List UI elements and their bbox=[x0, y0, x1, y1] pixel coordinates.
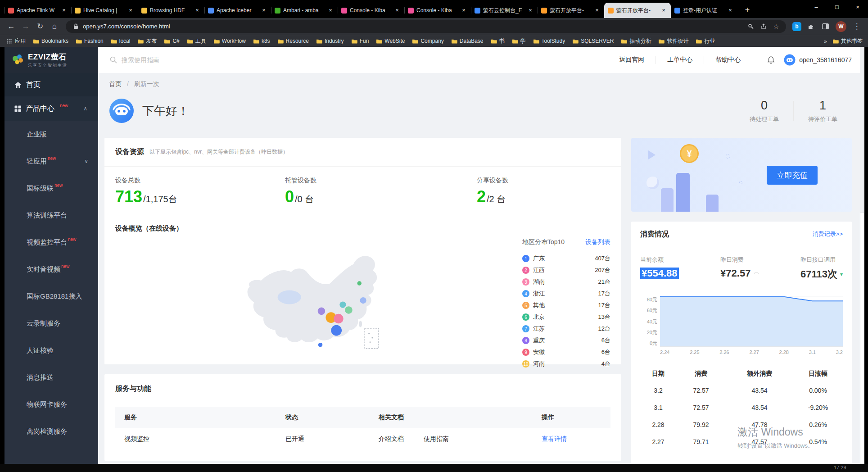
back-icon[interactable]: ← bbox=[5, 20, 18, 33]
sidebar-item[interactable]: 物联网卡服务 bbox=[5, 391, 98, 418]
user-chip[interactable]: open_3581616077 bbox=[784, 54, 852, 66]
page-scrollbar[interactable] bbox=[860, 47, 864, 464]
sidebar-item-product-center[interactable]: 产品中心 new ∧ bbox=[5, 96, 98, 121]
bookmark-item[interactable]: Industry bbox=[316, 38, 344, 44]
apps-shortcut[interactable]: 应用 bbox=[5, 37, 26, 45]
consumption-records-link[interactable]: 消费记录>> bbox=[813, 230, 843, 238]
tab-close-icon[interactable] bbox=[327, 7, 334, 14]
bookmark-item[interactable]: DataBase bbox=[451, 38, 484, 44]
bookmark-star-icon[interactable]: ☆ bbox=[773, 23, 780, 30]
bookmark-item[interactable]: WorkFlow bbox=[213, 38, 246, 44]
tab-close-icon[interactable] bbox=[393, 7, 401, 14]
reload-icon[interactable]: ↻ bbox=[33, 20, 47, 33]
bookmark-item[interactable]: Fun bbox=[351, 38, 369, 44]
browser-tab[interactable]: 萤石开放平台- bbox=[538, 3, 604, 18]
bing-icon[interactable]: b bbox=[792, 22, 801, 31]
sidebar-item-home[interactable]: 首页 bbox=[5, 73, 98, 96]
bookmark-item[interactable]: 发布 bbox=[137, 37, 157, 45]
tab-close-icon[interactable] bbox=[127, 7, 134, 14]
ezviz-logo[interactable]: EZVIZ萤石 乐享安全智能生活 bbox=[5, 47, 98, 73]
sidebar-item[interactable]: 轻应用 new ∨ bbox=[5, 148, 98, 175]
bookmark-item[interactable]: WebSite bbox=[376, 38, 405, 44]
sidebar-item[interactable]: 企业版 bbox=[5, 121, 98, 148]
service-doc-intro[interactable]: 介绍文档 bbox=[379, 435, 404, 443]
address-bar[interactable]: open.ys7.com/console/home.html ☆ bbox=[66, 20, 786, 33]
sidebar-item[interactable]: 消息推送 bbox=[5, 364, 98, 391]
bookmark-item[interactable]: k8s bbox=[253, 38, 270, 44]
maximize-button[interactable]: □ bbox=[827, 0, 847, 14]
close-button[interactable]: × bbox=[847, 0, 868, 14]
tab-close-icon[interactable] bbox=[660, 7, 667, 14]
browser-tab[interactable]: Console - Kiba bbox=[338, 3, 404, 18]
browser-tab[interactable]: Apache Flink W bbox=[5, 3, 71, 18]
sidebar-item[interactable]: 实时音视频 new bbox=[5, 256, 98, 283]
sidebar-item[interactable]: 国标级联 new bbox=[5, 175, 98, 202]
sidebar-item[interactable]: 离岗检测服务 bbox=[5, 418, 98, 445]
sidebar-item[interactable]: 云录制服务 bbox=[5, 310, 98, 337]
link-ticket-center[interactable]: 工单中心 bbox=[656, 56, 704, 64]
share-icon[interactable] bbox=[760, 23, 767, 30]
browser-tab[interactable]: Ambari - amba bbox=[271, 3, 338, 18]
minimize-button[interactable]: – bbox=[806, 0, 827, 14]
rank-badge: 8 bbox=[522, 337, 529, 344]
search-input[interactable] bbox=[122, 56, 266, 64]
tab-close-icon[interactable] bbox=[60, 7, 68, 14]
bookmark-item[interactable]: 学 bbox=[512, 37, 526, 45]
bookmark-item[interactable]: Fashion bbox=[76, 38, 104, 44]
browser-tab[interactable]: Hive Catalog | bbox=[71, 3, 138, 18]
bookmark-item[interactable]: 振动分析 bbox=[621, 37, 651, 45]
tab-close-icon[interactable] bbox=[727, 7, 734, 14]
sidebar-item[interactable]: 视频监控平台 new bbox=[5, 229, 98, 256]
breadcrumb-home[interactable]: 首页 bbox=[109, 80, 122, 87]
extensions-puzzle-icon[interactable] bbox=[804, 20, 818, 33]
tab-close-icon[interactable] bbox=[260, 7, 267, 14]
forward-icon[interactable]: → bbox=[19, 20, 32, 33]
link-help-center[interactable]: 帮助中心 bbox=[704, 56, 752, 64]
caret-down-icon[interactable]: ▾ bbox=[840, 271, 843, 277]
browser-tab[interactable]: 萤石开放平台- bbox=[604, 3, 671, 18]
bookmark-item[interactable]: 行业 bbox=[696, 37, 715, 45]
pending-tickets-stat[interactable]: 0 待处理工单 bbox=[735, 99, 793, 123]
bookmark-item[interactable]: ToolStudy bbox=[533, 38, 565, 44]
home-icon[interactable]: ⌂ bbox=[48, 20, 61, 33]
profile-avatar[interactable]: W bbox=[836, 21, 846, 32]
browser-tab[interactable]: Console - Kiba bbox=[404, 3, 471, 18]
browser-tab[interactable]: Apache Iceber bbox=[204, 3, 271, 18]
bookmark-item[interactable]: Resource bbox=[277, 38, 309, 44]
rating-tickets-stat[interactable]: 1 待评价工单 bbox=[794, 99, 852, 123]
sidebar-item[interactable]: 算法训练平台 bbox=[5, 202, 98, 229]
bookmark-item[interactable]: 软件设计 bbox=[658, 37, 688, 45]
bookmark-item[interactable]: local bbox=[111, 38, 131, 44]
url-text[interactable]: open.ys7.com/console/home.html bbox=[83, 23, 744, 30]
other-bookmarks[interactable]: 其他书签 bbox=[832, 37, 863, 45]
sidebar-item[interactable]: 国标GB28181接入 bbox=[5, 283, 98, 310]
side-panel-icon[interactable] bbox=[818, 20, 832, 33]
tab-device-list[interactable]: 设备列表 bbox=[585, 238, 610, 246]
tab-close-icon[interactable] bbox=[194, 7, 201, 14]
browser-tab[interactable]: 登录-用户认证 bbox=[671, 3, 737, 18]
bookmarks-overflow-icon[interactable]: » bbox=[824, 38, 827, 45]
tab-close-icon[interactable] bbox=[593, 7, 601, 14]
link-official-site[interactable]: 返回官网 bbox=[608, 56, 656, 64]
sidebar-item[interactable]: 人证核验 bbox=[5, 337, 98, 364]
new-tab-button[interactable]: + bbox=[741, 4, 754, 17]
tab-close-icon[interactable] bbox=[460, 7, 467, 14]
scrollbar-thumb[interactable] bbox=[860, 213, 864, 464]
bookmark-item[interactable]: Company bbox=[412, 38, 443, 44]
browser-menu-icon[interactable]: ⋮ bbox=[850, 20, 863, 33]
notification-bell-icon[interactable] bbox=[767, 56, 775, 64]
tab-region-top10[interactable]: 地区分布Top10 bbox=[522, 238, 565, 246]
password-key-icon[interactable] bbox=[747, 23, 755, 30]
bookmark-item[interactable]: Bookmarks bbox=[33, 38, 68, 44]
service-doc-guide[interactable]: 使用指南 bbox=[424, 435, 449, 443]
browser-tab[interactable]: Browsing HDF bbox=[138, 3, 204, 18]
tab-close-icon[interactable] bbox=[527, 7, 534, 14]
recharge-button[interactable]: 立即充值 bbox=[767, 166, 818, 185]
bookmark-item[interactable]: 书 bbox=[491, 37, 505, 45]
bookmark-item[interactable]: 工具 bbox=[187, 37, 206, 45]
service-detail-link[interactable]: 查看详情 bbox=[542, 435, 610, 443]
browser-tab[interactable]: 萤石云控制台_E bbox=[471, 3, 538, 18]
detail-tag[interactable] bbox=[754, 272, 759, 274]
bookmark-item[interactable]: C# bbox=[164, 38, 179, 44]
bookmark-item[interactable]: SQLSERVER bbox=[572, 38, 614, 44]
